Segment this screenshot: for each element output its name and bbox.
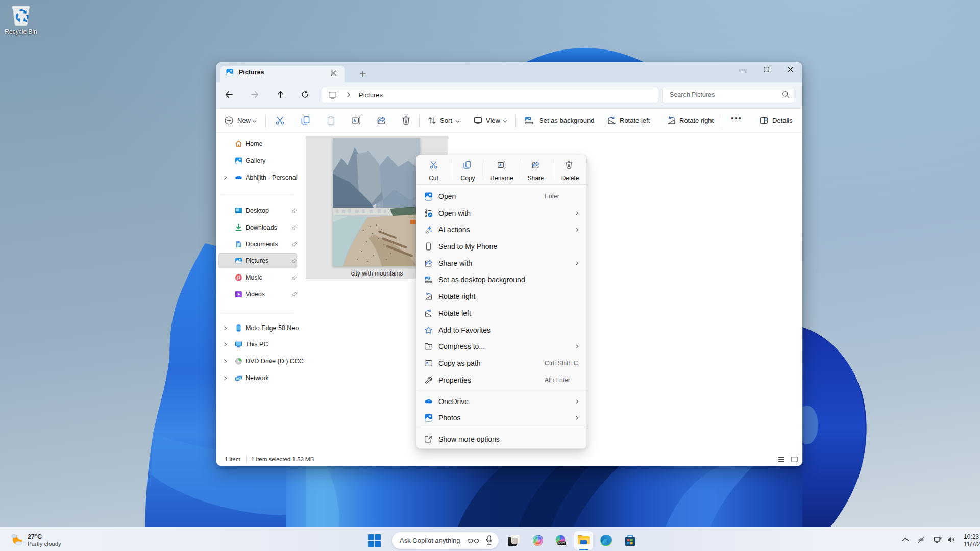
svg-text:M365: M365 bbox=[558, 542, 565, 545]
